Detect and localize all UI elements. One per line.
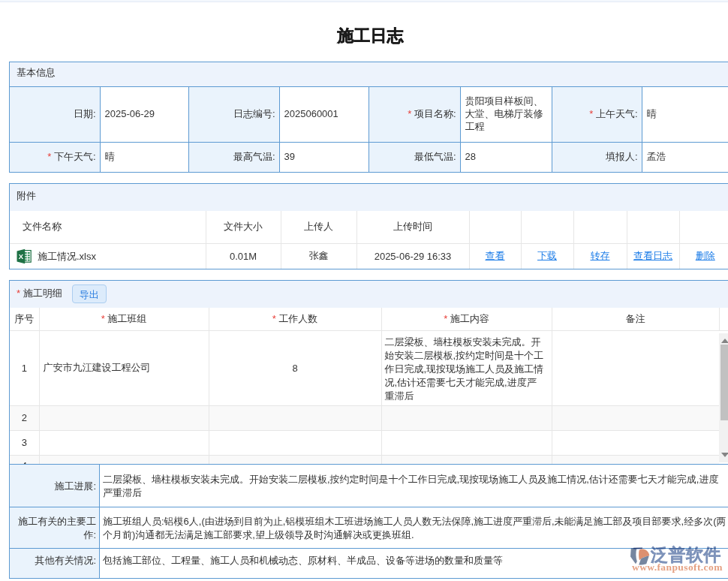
svg-text:X: X bbox=[19, 252, 24, 260]
